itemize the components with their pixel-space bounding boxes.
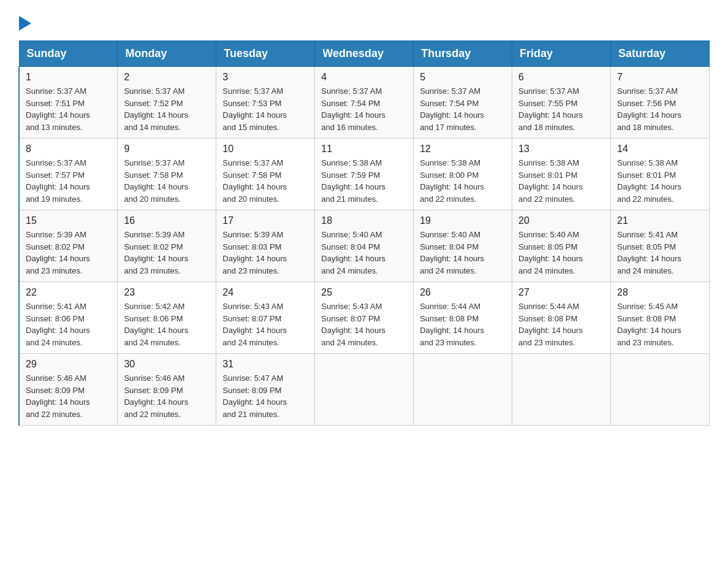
day-number: 9 bbox=[124, 144, 210, 155]
weekday-header-saturday: Saturday bbox=[611, 41, 710, 67]
day-number: 14 bbox=[617, 144, 703, 155]
day-number: 19 bbox=[420, 215, 506, 226]
calendar-cell bbox=[611, 354, 710, 426]
calendar-cell: 2 Sunrise: 5:37 AMSunset: 7:52 PMDayligh… bbox=[118, 67, 216, 139]
calendar-cell: 14 Sunrise: 5:38 AMSunset: 8:01 PMDaylig… bbox=[611, 139, 710, 210]
day-info: Sunrise: 5:39 AMSunset: 8:03 PMDaylight:… bbox=[222, 230, 287, 275]
day-number: 3 bbox=[222, 72, 308, 83]
calendar-cell: 3 Sunrise: 5:37 AMSunset: 7:53 PMDayligh… bbox=[216, 67, 315, 139]
calendar-cell: 28 Sunrise: 5:45 AMSunset: 8:08 PMDaylig… bbox=[611, 282, 710, 354]
weekday-header-tuesday: Tuesday bbox=[216, 41, 315, 67]
calendar-cell: 13 Sunrise: 5:38 AMSunset: 8:01 PMDaylig… bbox=[512, 139, 611, 210]
day-info: Sunrise: 5:37 AMSunset: 7:58 PMDaylight:… bbox=[124, 158, 188, 204]
day-info: Sunrise: 5:43 AMSunset: 8:07 PMDaylight:… bbox=[321, 302, 385, 347]
day-info: Sunrise: 5:44 AMSunset: 8:08 PMDaylight:… bbox=[518, 302, 583, 347]
day-info: Sunrise: 5:44 AMSunset: 8:08 PMDaylight:… bbox=[420, 302, 484, 347]
calendar-cell: 19 Sunrise: 5:40 AMSunset: 8:04 PMDaylig… bbox=[414, 210, 512, 282]
day-info: Sunrise: 5:46 AMSunset: 8:09 PMDaylight:… bbox=[26, 373, 90, 419]
calendar-week-row: 15 Sunrise: 5:39 AMSunset: 8:02 PMDaylig… bbox=[19, 210, 710, 282]
day-info: Sunrise: 5:38 AMSunset: 7:59 PMDaylight:… bbox=[321, 158, 385, 204]
calendar-cell: 6 Sunrise: 5:37 AMSunset: 7:55 PMDayligh… bbox=[512, 67, 611, 139]
day-info: Sunrise: 5:37 AMSunset: 7:58 PMDaylight:… bbox=[222, 158, 287, 204]
weekday-header-friday: Friday bbox=[512, 41, 611, 67]
day-info: Sunrise: 5:46 AMSunset: 8:09 PMDaylight:… bbox=[124, 373, 188, 419]
day-number: 6 bbox=[518, 72, 604, 83]
day-number: 22 bbox=[26, 287, 111, 298]
calendar-cell bbox=[414, 354, 512, 426]
day-info: Sunrise: 5:43 AMSunset: 8:07 PMDaylight:… bbox=[222, 302, 287, 347]
calendar-cell: 30 Sunrise: 5:46 AMSunset: 8:09 PMDaylig… bbox=[118, 354, 216, 426]
calendar-cell: 11 Sunrise: 5:38 AMSunset: 7:59 PMDaylig… bbox=[315, 139, 414, 210]
calendar-cell: 9 Sunrise: 5:37 AMSunset: 7:58 PMDayligh… bbox=[118, 139, 216, 210]
calendar-cell: 22 Sunrise: 5:41 AMSunset: 8:06 PMDaylig… bbox=[19, 282, 118, 354]
weekday-header-monday: Monday bbox=[118, 41, 216, 67]
calendar-table: SundayMondayTuesdayWednesdayThursdayFrid… bbox=[18, 40, 710, 426]
day-number: 23 bbox=[124, 287, 210, 298]
day-info: Sunrise: 5:37 AMSunset: 7:57 PMDaylight:… bbox=[26, 158, 90, 204]
day-number: 15 bbox=[26, 215, 111, 226]
day-number: 20 bbox=[518, 215, 604, 226]
day-number: 18 bbox=[321, 215, 407, 226]
day-info: Sunrise: 5:39 AMSunset: 8:02 PMDaylight:… bbox=[124, 230, 188, 275]
logo-arrow-icon bbox=[19, 12, 32, 34]
svg-marker-0 bbox=[19, 16, 31, 31]
day-info: Sunrise: 5:37 AMSunset: 7:54 PMDaylight:… bbox=[420, 86, 484, 132]
page-header bbox=[18, 12, 710, 34]
calendar-cell: 7 Sunrise: 5:37 AMSunset: 7:56 PMDayligh… bbox=[611, 67, 710, 139]
calendar-cell: 23 Sunrise: 5:42 AMSunset: 8:06 PMDaylig… bbox=[118, 282, 216, 354]
day-info: Sunrise: 5:41 AMSunset: 8:06 PMDaylight:… bbox=[26, 302, 90, 347]
day-info: Sunrise: 5:45 AMSunset: 8:08 PMDaylight:… bbox=[617, 302, 681, 347]
calendar-week-row: 1 Sunrise: 5:37 AMSunset: 7:51 PMDayligh… bbox=[19, 67, 710, 139]
day-info: Sunrise: 5:38 AMSunset: 8:01 PMDaylight:… bbox=[617, 158, 681, 204]
day-number: 4 bbox=[321, 72, 407, 83]
day-number: 8 bbox=[26, 144, 111, 155]
day-info: Sunrise: 5:38 AMSunset: 8:00 PMDaylight:… bbox=[420, 158, 484, 204]
day-number: 1 bbox=[26, 72, 111, 83]
day-info: Sunrise: 5:42 AMSunset: 8:06 PMDaylight:… bbox=[124, 302, 188, 347]
day-number: 26 bbox=[420, 287, 506, 298]
calendar-cell: 26 Sunrise: 5:44 AMSunset: 8:08 PMDaylig… bbox=[414, 282, 512, 354]
day-number: 7 bbox=[617, 72, 703, 83]
calendar-cell: 5 Sunrise: 5:37 AMSunset: 7:54 PMDayligh… bbox=[414, 67, 512, 139]
calendar-cell: 25 Sunrise: 5:43 AMSunset: 8:07 PMDaylig… bbox=[315, 282, 414, 354]
day-info: Sunrise: 5:41 AMSunset: 8:05 PMDaylight:… bbox=[617, 230, 681, 275]
day-number: 10 bbox=[222, 144, 308, 155]
day-number: 24 bbox=[222, 287, 308, 298]
day-number: 17 bbox=[222, 215, 308, 226]
calendar-cell: 10 Sunrise: 5:37 AMSunset: 7:58 PMDaylig… bbox=[216, 139, 315, 210]
calendar-cell: 20 Sunrise: 5:40 AMSunset: 8:05 PMDaylig… bbox=[512, 210, 611, 282]
day-info: Sunrise: 5:37 AMSunset: 7:52 PMDaylight:… bbox=[124, 86, 188, 132]
calendar-cell bbox=[512, 354, 611, 426]
calendar-cell: 15 Sunrise: 5:39 AMSunset: 8:02 PMDaylig… bbox=[19, 210, 118, 282]
day-info: Sunrise: 5:39 AMSunset: 8:02 PMDaylight:… bbox=[26, 230, 90, 275]
calendar-week-row: 8 Sunrise: 5:37 AMSunset: 7:57 PMDayligh… bbox=[19, 139, 710, 210]
calendar-cell: 21 Sunrise: 5:41 AMSunset: 8:05 PMDaylig… bbox=[611, 210, 710, 282]
day-info: Sunrise: 5:40 AMSunset: 8:04 PMDaylight:… bbox=[420, 230, 484, 275]
logo bbox=[18, 12, 33, 34]
day-number: 2 bbox=[124, 72, 210, 83]
day-info: Sunrise: 5:37 AMSunset: 7:55 PMDaylight:… bbox=[518, 86, 583, 132]
day-number: 13 bbox=[518, 144, 604, 155]
calendar-cell: 27 Sunrise: 5:44 AMSunset: 8:08 PMDaylig… bbox=[512, 282, 611, 354]
day-info: Sunrise: 5:40 AMSunset: 8:04 PMDaylight:… bbox=[321, 230, 385, 275]
day-info: Sunrise: 5:37 AMSunset: 7:54 PMDaylight:… bbox=[321, 86, 385, 132]
calendar-cell: 17 Sunrise: 5:39 AMSunset: 8:03 PMDaylig… bbox=[216, 210, 315, 282]
calendar-week-row: 29 Sunrise: 5:46 AMSunset: 8:09 PMDaylig… bbox=[19, 354, 710, 426]
day-number: 30 bbox=[124, 359, 210, 370]
day-number: 27 bbox=[518, 287, 604, 298]
day-info: Sunrise: 5:37 AMSunset: 7:56 PMDaylight:… bbox=[617, 86, 681, 132]
weekday-header-row: SundayMondayTuesdayWednesdayThursdayFrid… bbox=[19, 41, 710, 67]
calendar-cell: 4 Sunrise: 5:37 AMSunset: 7:54 PMDayligh… bbox=[315, 67, 414, 139]
calendar-cell: 29 Sunrise: 5:46 AMSunset: 8:09 PMDaylig… bbox=[19, 354, 118, 426]
day-info: Sunrise: 5:37 AMSunset: 7:53 PMDaylight:… bbox=[222, 86, 287, 132]
day-number: 25 bbox=[321, 287, 407, 298]
day-number: 12 bbox=[420, 144, 506, 155]
calendar-cell: 12 Sunrise: 5:38 AMSunset: 8:00 PMDaylig… bbox=[414, 139, 512, 210]
calendar-cell bbox=[315, 354, 414, 426]
day-number: 28 bbox=[617, 287, 703, 298]
calendar-cell: 24 Sunrise: 5:43 AMSunset: 8:07 PMDaylig… bbox=[216, 282, 315, 354]
day-number: 31 bbox=[222, 359, 308, 370]
day-info: Sunrise: 5:37 AMSunset: 7:51 PMDaylight:… bbox=[26, 86, 90, 132]
day-number: 29 bbox=[26, 359, 111, 370]
calendar-cell: 16 Sunrise: 5:39 AMSunset: 8:02 PMDaylig… bbox=[118, 210, 216, 282]
